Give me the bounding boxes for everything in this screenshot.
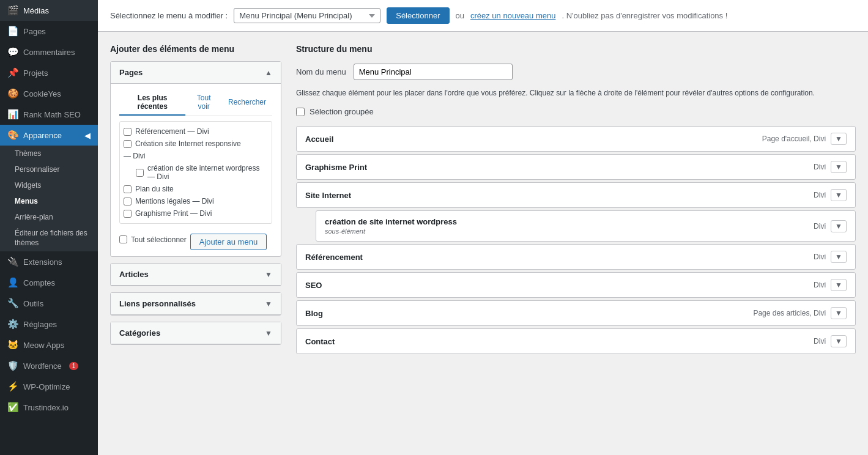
menu-item-creation-right: Divi ▼ [814,220,847,232]
sidebar-item-comptes[interactable]: 👤 Comptes [0,272,98,293]
menu-item-graphisme-meta: Divi [814,163,826,171]
pages-icon: 📄 [7,26,18,37]
sidebar-item-themes[interactable]: Thèmes [7,146,98,161]
menu-item-graphisme-print[interactable]: Graphisme Print Divi ▼ [296,154,856,180]
articles-accordion-header[interactable]: Articles ▼ [111,264,281,286]
topbar: Sélectionnez le menu à modifier : Menu P… [98,0,868,32]
reglages-icon: ⚙️ [7,319,18,330]
menu-item-blog-expand[interactable]: ▼ [831,307,847,319]
pages-accordion-header[interactable]: Pages ▲ [111,62,281,84]
page-checkbox-4[interactable] [124,198,132,205]
menu-item-accueil-meta: Page d'accueil, Divi [762,135,826,143]
page-checkbox-2[interactable] [136,169,144,177]
page-checkbox-5[interactable] [124,210,132,218]
liens-accordion: Liens personnalisés ▼ [110,292,281,316]
create-menu-link[interactable]: créez un nouveau menu [470,11,555,20]
list-item[interactable]: Graphisme Print — Divi [124,207,268,220]
menu-item-ref-title: Référencement [305,253,363,262]
menu-item-site-internet[interactable]: Site Internet Divi ▼ [296,182,856,208]
menu-item-site-expand[interactable]: ▼ [831,189,847,201]
categories-chevron-down-icon: ▼ [265,329,272,338]
list-item[interactable]: création de site internet wordpress — Di… [124,162,268,183]
comptes-icon: 👤 [7,277,18,288]
menu-item-ref-expand[interactable]: ▼ [831,251,847,263]
outils-icon: 🔧 [7,298,18,309]
sidebar-item-trustindex[interactable]: ✅ Trustindex.io [0,397,98,418]
list-item[interactable]: Plan du site [124,183,268,195]
tab-search[interactable]: Rechercher [222,90,272,116]
menu-item-seo[interactable]: SEO Divi ▼ [296,272,856,298]
menu-item-accueil[interactable]: Accueil Page d'accueil, Divi ▼ [296,126,856,152]
sidebar-label-apparence: Apparence [23,131,62,140]
right-panel-title: Structure du menu [296,44,856,54]
pages-accordion-body: Les plus récentes Tout voir Rechercher R… [111,84,281,256]
select-all-checkbox[interactable] [119,235,127,243]
sidebar-item-extensions[interactable]: 🔌 Extensions [0,251,98,272]
menu-item-accueil-expand[interactable]: ▼ [831,133,847,145]
categories-accordion: Catégories ▼ [110,322,281,345]
sidebar-item-menus[interactable]: Menus [7,193,98,209]
menu-item-accueil-title: Accueil [305,135,333,144]
menu-item-contact-title: Contact [305,337,335,346]
arriere-plan-label: Arrière-plan [15,213,53,221]
liens-chevron-down-icon: ▼ [265,300,272,308]
sidebar-item-projets[interactable]: 📌 Projets [0,62,98,83]
add-to-menu-button[interactable]: Ajouter au menu [190,234,267,250]
sidebar-label-reglages: Réglages [23,320,57,329]
sidebar-item-widgets[interactable]: Widgets [7,177,98,193]
or-text: ou [456,11,464,20]
page-checkbox-0[interactable] [124,128,132,136]
menu-item-creation-expand[interactable]: ▼ [831,220,847,232]
menu-item-site-meta: Divi [814,191,826,199]
menu-item-blog[interactable]: Blog Page des articles, Divi ▼ [296,300,856,326]
sidebar-item-editeur-fichiers[interactable]: Éditeur de fichiers des thèmes [7,225,98,251]
menu-item-contact[interactable]: Contact Divi ▼ [296,328,856,354]
tab-all[interactable]: Tout voir [185,90,222,116]
sidebar-item-rankmath[interactable]: 📊 Rank Math SEO [0,104,98,125]
page-checkbox-1[interactable] [124,140,132,148]
sidebar-item-wordfence[interactable]: 🛡️ Wordfence 1 [0,355,98,376]
sidebar-item-reglages[interactable]: ⚙️ Réglages [0,314,98,335]
projets-icon: 📌 [7,67,18,78]
menu-item-seo-title: SEO [305,281,322,290]
wordfence-badge: 1 [69,362,79,370]
sidebar-label-projets: Projets [23,68,48,78]
meowapps-icon: 🐱 [7,339,18,350]
group-select-checkbox[interactable] [296,108,305,116]
sidebar-item-personnaliser[interactable]: Personnaliser [7,161,98,177]
list-item[interactable]: Référencement — Divi [124,125,268,138]
pages-accordion-title: Pages [119,68,143,77]
menus-label: Menus [15,197,38,205]
liens-accordion-header[interactable]: Liens personnalisés ▼ [111,293,281,315]
menu-item-contact-info: Contact [305,337,335,346]
menu-item-referencement[interactable]: Référencement Divi ▼ [296,244,856,270]
sidebar-item-commentaires[interactable]: 💬 Commentaires [0,42,98,62]
menu-item-contact-expand[interactable]: ▼ [831,335,847,347]
sidebar-item-pages[interactable]: 📄 Pages [0,21,98,42]
sidebar-item-arriere-plan[interactable]: Arrière-plan [7,209,98,225]
sidebar-item-outils[interactable]: 🔧 Outils [0,293,98,314]
categories-accordion-header[interactable]: Catégories ▼ [111,322,281,344]
page-group-label: — Divi [124,152,145,160]
menu-item-creation-site[interactable]: création de site internet wordpress sous… [316,210,856,242]
sidebar-item-cookieyes[interactable]: 🍪 CookieYes [0,83,98,104]
list-item[interactable]: Création site Internet responsive [124,138,268,150]
sidebar-item-wpoptimize[interactable]: ⚡ WP-Optimize [0,376,98,397]
sidebar-item-meowapps[interactable]: 🐱 Meow Apps [0,335,98,355]
list-item[interactable]: Mentions légales — Divi [124,195,268,207]
menu-name-input[interactable] [354,64,513,80]
menu-item-seo-expand[interactable]: ▼ [831,279,847,291]
wpoptimize-icon: ⚡ [7,381,18,392]
menu-instructions: Glissez chaque élément pour les placer d… [296,87,856,98]
select-button[interactable]: Sélectionner [387,7,449,24]
page-checkbox-3[interactable] [124,185,132,193]
sidebar-item-apparence[interactable]: 🎨 Apparence ◀ [0,125,98,146]
sidebar-item-medias[interactable]: 🎬 Médias [0,0,98,21]
menu-item-graphisme-expand[interactable]: ▼ [831,161,847,173]
menu-select[interactable]: Menu Principal (Menu Principal) [234,8,380,23]
menu-item-accueil-info: Accueil [305,135,333,144]
menu-name-row: Nom du menu [296,64,856,80]
group-select-row: Sélection groupée [296,107,856,116]
sidebar-label-pages: Pages [23,27,46,36]
tab-recent[interactable]: Les plus récentes [119,90,185,116]
